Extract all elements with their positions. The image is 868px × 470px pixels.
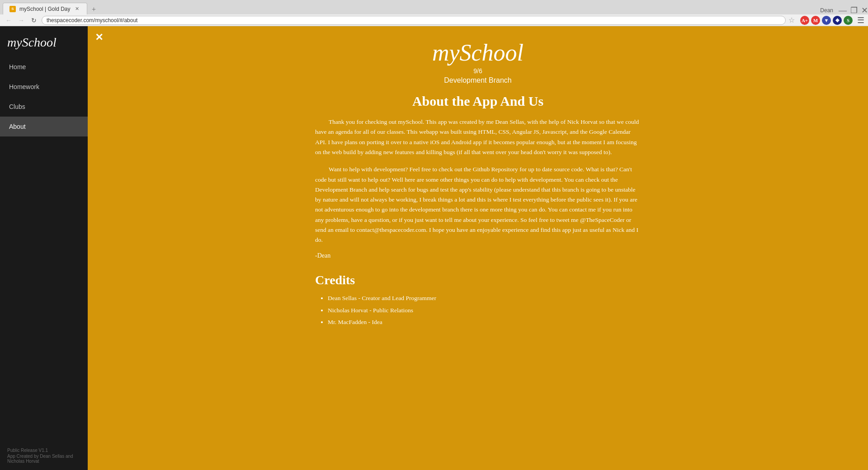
reload-button[interactable]: ↻ bbox=[29, 15, 39, 25]
back-button[interactable]: ← bbox=[4, 15, 14, 25]
sidebar-item-home[interactable]: Home bbox=[0, 57, 88, 77]
browser-chrome: S mySchool | Gold Day ✕ + Dean — ❐ ✕ ← →… bbox=[0, 0, 868, 26]
sidebar-logo: mySchool bbox=[0, 26, 88, 57]
ext-pocket[interactable]: ▼ bbox=[822, 16, 831, 25]
app-container: mySchool Home Homework Clubs About Publi… bbox=[0, 26, 868, 470]
credit-item-1: Nicholas Horvat - Public Relations bbox=[328, 306, 641, 315]
footer-release: Public Release V1.1 bbox=[7, 448, 80, 453]
ext-ext1[interactable]: ◆ bbox=[833, 16, 842, 25]
sidebar: mySchool Home Homework Clubs About Publi… bbox=[0, 26, 88, 470]
main-content: ✕ mySchool 9/6 Development Branch About … bbox=[88, 26, 868, 470]
ext-ext2[interactable]: S bbox=[844, 16, 853, 25]
nav-bar: ← → ↻ ☆ A+ M ▼ ◆ S ☰ bbox=[0, 14, 868, 26]
app-logo: mySchool bbox=[106, 40, 850, 66]
new-tab-button[interactable]: + bbox=[89, 5, 99, 14]
about-paragraph-2: Want to help with development? Feel free… bbox=[315, 164, 641, 245]
minimize-button[interactable]: — bbox=[839, 6, 847, 14]
signature: -Dean bbox=[315, 252, 641, 259]
close-panel-button[interactable]: ✕ bbox=[95, 33, 103, 42]
app-branch: Development Branch bbox=[106, 76, 850, 85]
close-window-button[interactable]: ✕ bbox=[861, 6, 868, 14]
chrome-menu-button[interactable]: ☰ bbox=[857, 15, 864, 25]
tab-title: mySchool | Gold Day bbox=[19, 6, 71, 12]
sidebar-item-homework[interactable]: Homework bbox=[0, 77, 88, 97]
tab-bar: S mySchool | Gold Day ✕ + Dean — ❐ ✕ bbox=[0, 0, 868, 14]
app-header: mySchool 9/6 Development Branch bbox=[106, 40, 850, 85]
footer-credits: App Created by Dean Sellas and Nicholas … bbox=[7, 454, 80, 464]
tab-favicon: S bbox=[9, 6, 16, 12]
tab-close-button[interactable]: ✕ bbox=[74, 6, 80, 12]
address-bar[interactable] bbox=[42, 16, 786, 25]
window-controls: Dean — ❐ ✕ bbox=[820, 6, 868, 14]
credits-list: Dean Sellas - Creator and Lead Programme… bbox=[315, 294, 641, 327]
restore-button[interactable]: ❐ bbox=[850, 6, 858, 14]
sidebar-item-clubs[interactable]: Clubs bbox=[0, 97, 88, 117]
about-title: About the App And Us bbox=[315, 94, 641, 109]
credit-item-0: Dean Sellas - Creator and Lead Programme… bbox=[328, 294, 641, 303]
ext-gmail[interactable]: M bbox=[811, 16, 820, 25]
ext-adblock[interactable]: A+ bbox=[800, 16, 809, 25]
app-version: 9/6 bbox=[106, 67, 850, 75]
bookmark-star[interactable]: ☆ bbox=[788, 16, 795, 24]
browser-extensions: A+ M ▼ ◆ S ☰ bbox=[800, 15, 864, 25]
user-label: Dean bbox=[820, 7, 833, 14]
sidebar-nav: Home Homework Clubs About bbox=[0, 57, 88, 442]
sidebar-item-about[interactable]: About bbox=[0, 117, 88, 136]
forward-button[interactable]: → bbox=[16, 15, 26, 25]
sidebar-footer: Public Release V1.1 App Created by Dean … bbox=[0, 442, 88, 470]
about-section: About the App And Us Thank you for check… bbox=[315, 94, 641, 327]
about-paragraph-1: Thank you for checking out mySchool. Thi… bbox=[315, 117, 641, 157]
credits-title: Credits bbox=[315, 273, 641, 287]
browser-tab[interactable]: S mySchool | Gold Day ✕ bbox=[3, 3, 87, 14]
credit-item-2: Mr. MacFadden - Idea bbox=[328, 318, 641, 327]
